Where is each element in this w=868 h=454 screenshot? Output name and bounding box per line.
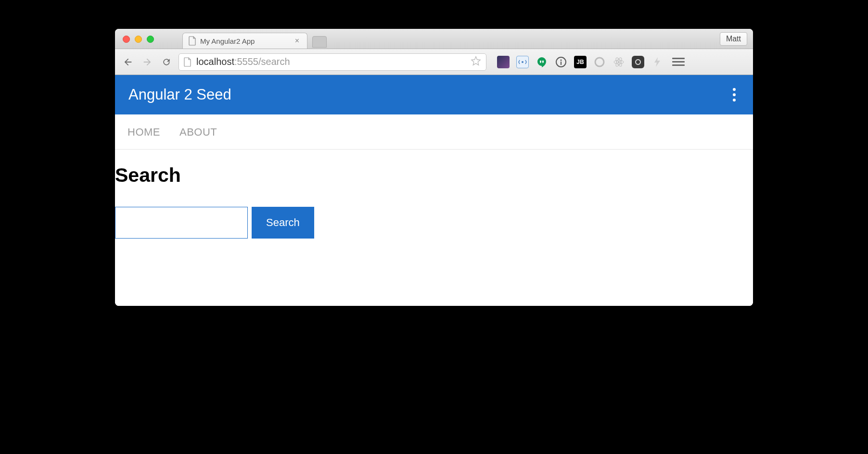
- minimize-window-button[interactable]: [135, 36, 142, 43]
- extension-icon-react[interactable]: [613, 56, 625, 68]
- svg-point-6: [618, 61, 620, 63]
- url-host: localhost: [196, 56, 234, 67]
- extension-icon-gauge[interactable]: [497, 56, 510, 68]
- browser-toolbar: localhost:5555/search JB: [115, 49, 753, 75]
- bookmark-star-icon[interactable]: [471, 56, 481, 68]
- svg-point-1: [522, 61, 523, 63]
- extension-icon-devtools[interactable]: [516, 56, 529, 68]
- close-window-button[interactable]: [123, 36, 130, 43]
- tab-strip: My Angular2 App ×: [182, 29, 327, 49]
- browser-tab-active[interactable]: My Angular2 App ×: [182, 33, 307, 49]
- svg-point-5: [595, 58, 604, 66]
- app-header: Angular 2 Seed: [115, 75, 753, 114]
- browser-window: My Angular2 App × Matt localhost:5555/se…: [115, 29, 753, 306]
- maximize-window-button[interactable]: [147, 36, 154, 43]
- back-button[interactable]: [121, 55, 135, 69]
- extension-icon-lightning[interactable]: [651, 56, 664, 68]
- nav-link-about[interactable]: ABOUT: [179, 126, 217, 139]
- search-form: Search: [115, 207, 753, 239]
- extension-icon-jb[interactable]: JB: [574, 56, 587, 68]
- page-heading: Search: [115, 164, 753, 187]
- file-icon: [189, 36, 196, 46]
- tab-title: My Angular2 App: [200, 37, 289, 45]
- extension-icon-square[interactable]: [632, 56, 644, 68]
- svg-point-10: [636, 60, 640, 64]
- svg-rect-4: [561, 62, 562, 65]
- tab-close-button[interactable]: ×: [293, 37, 301, 45]
- app-menu-button[interactable]: [729, 84, 740, 105]
- window-controls: [123, 36, 154, 43]
- new-tab-button[interactable]: [312, 36, 327, 48]
- url-text: localhost:5555/search: [196, 56, 466, 67]
- browser-menu-button[interactable]: [672, 58, 685, 66]
- extension-icon-hangouts[interactable]: [536, 56, 548, 68]
- forward-button[interactable]: [140, 55, 154, 69]
- app-title: Angular 2 Seed: [128, 86, 231, 103]
- search-button[interactable]: Search: [252, 207, 314, 239]
- page-viewport: Angular 2 Seed HOME ABOUT Search Search: [115, 75, 753, 306]
- nav-link-home[interactable]: HOME: [128, 126, 160, 139]
- extension-icons: JB: [497, 56, 664, 68]
- file-icon: [184, 57, 191, 67]
- browser-titlebar: My Angular2 App × Matt: [115, 29, 753, 49]
- main-content: Search Search: [115, 150, 753, 258]
- browser-user-button[interactable]: Matt: [720, 32, 747, 46]
- nav-bar: HOME ABOUT: [115, 114, 753, 150]
- search-input[interactable]: [115, 207, 248, 239]
- extension-icon-circle[interactable]: [593, 56, 606, 68]
- extension-icon-info[interactable]: [555, 56, 567, 68]
- url-path: :5555/search: [234, 56, 290, 67]
- svg-point-3: [561, 59, 562, 61]
- address-bar[interactable]: localhost:5555/search: [179, 53, 486, 71]
- reload-button[interactable]: [159, 55, 174, 69]
